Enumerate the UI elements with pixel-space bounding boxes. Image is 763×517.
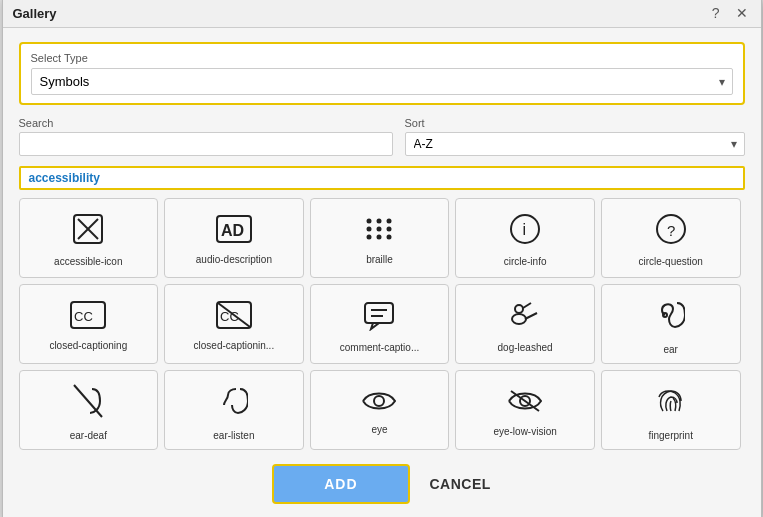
svg-text:AD: AD [221, 222, 244, 239]
icon-card-fingerprint[interactable]: fingerprint [601, 370, 741, 450]
eye-low-vision-icon [507, 387, 543, 420]
select-type-wrapper: Symbols Icons Images ▾ [31, 68, 733, 95]
icon-card-audio-description[interactable]: ADaudio-description [164, 198, 304, 278]
title-bar-actions: ? ✕ [709, 5, 751, 21]
ear-icon [657, 297, 685, 338]
svg-point-31 [663, 313, 667, 317]
accessible-icon-label: accessible-icon [54, 256, 122, 267]
dog-leashed-label: dog-leashed [498, 342, 553, 353]
sort-label: Sort [405, 117, 745, 129]
dialog-footer: ADD CANCEL [3, 450, 761, 517]
fingerprint-icon [655, 383, 687, 424]
svg-marker-24 [371, 323, 379, 329]
category-tag[interactable]: accessibility [19, 166, 745, 190]
svg-line-29 [525, 313, 537, 319]
search-label: Search [19, 117, 393, 129]
closed-captioning-icon: CC [70, 301, 106, 334]
circle-question-icon: ? [655, 213, 687, 250]
icon-card-ear-listen[interactable]: ear-listen [164, 370, 304, 450]
svg-point-8 [367, 227, 372, 232]
icon-card-accessible-icon[interactable]: accessible-icon [19, 198, 159, 278]
closed-captioning-slash-icon: CC [216, 301, 252, 334]
svg-point-11 [367, 235, 372, 240]
svg-point-12 [377, 235, 382, 240]
closed-captioning-label: closed-captioning [49, 340, 127, 351]
sort-dropdown[interactable]: A-Z Z-A [405, 132, 745, 156]
cancel-button[interactable]: CANCEL [430, 476, 491, 492]
svg-point-27 [512, 314, 526, 324]
icon-card-ear[interactable]: ear [601, 284, 741, 364]
icon-grid: accessible-iconADaudio-descriptionbraill… [19, 198, 745, 450]
sort-wrapper: A-Z Z-A ▾ [405, 132, 745, 156]
svg-point-5 [367, 219, 372, 224]
eye-low-vision-label: eye-low-vision [493, 426, 556, 437]
audio-description-icon: AD [216, 215, 252, 248]
comment-caption-label: comment-captio... [340, 342, 419, 353]
svg-point-13 [387, 235, 392, 240]
svg-point-9 [377, 227, 382, 232]
svg-text:i: i [523, 221, 527, 238]
search-input[interactable] [19, 132, 393, 156]
fingerprint-label: fingerprint [648, 430, 692, 441]
close-button[interactable]: ✕ [733, 5, 751, 21]
icon-card-eye-low-vision[interactable]: eye-low-vision [455, 370, 595, 450]
dialog-title: Gallery [13, 6, 57, 21]
svg-text:?: ? [667, 222, 675, 239]
svg-point-6 [377, 219, 382, 224]
accessible-icon-icon [72, 213, 104, 250]
braille-label: braille [366, 254, 393, 265]
eye-label: eye [371, 424, 387, 435]
svg-point-33 [374, 396, 384, 406]
svg-line-30 [523, 303, 531, 308]
icon-card-eye[interactable]: eye [310, 370, 450, 450]
icon-card-closed-captioning[interactable]: CCclosed-captioning [19, 284, 159, 364]
select-type-dropdown[interactable]: Symbols Icons Images [31, 68, 733, 95]
gallery-dialog: Gallery ? ✕ Select Type Symbols Icons Im… [2, 0, 762, 517]
icon-card-circle-info[interactable]: icircle-info [455, 198, 595, 278]
ear-listen-icon [220, 383, 248, 424]
icon-card-circle-question[interactable]: ?circle-question [601, 198, 741, 278]
icon-card-dog-leashed[interactable]: dog-leashed [455, 284, 595, 364]
svg-line-32 [74, 385, 102, 417]
circle-question-label: circle-question [638, 256, 702, 267]
svg-point-7 [387, 219, 392, 224]
svg-point-10 [387, 227, 392, 232]
select-type-section: Select Type Symbols Icons Images ▾ [19, 42, 745, 105]
icon-card-closed-captioning-slash[interactable]: CCclosed-captionin... [164, 284, 304, 364]
ear-listen-label: ear-listen [213, 430, 254, 441]
title-bar: Gallery ? ✕ [3, 0, 761, 28]
braille-icon [363, 215, 395, 248]
add-button[interactable]: ADD [272, 464, 409, 504]
eye-icon [361, 389, 397, 418]
ear-label: ear [663, 344, 677, 355]
closed-captioning-slash-label: closed-captionin... [194, 340, 275, 351]
circle-info-label: circle-info [504, 256, 547, 267]
ear-deaf-label: ear-deaf [70, 430, 107, 441]
search-section: Search [19, 117, 393, 156]
icon-card-ear-deaf[interactable]: ear-deaf [19, 370, 159, 450]
svg-point-28 [515, 305, 523, 313]
circle-info-icon: i [509, 213, 541, 250]
sort-section: Sort A-Z Z-A ▾ [405, 117, 745, 156]
dog-leashed-icon [509, 299, 541, 336]
select-type-label: Select Type [31, 52, 733, 64]
svg-rect-23 [365, 303, 393, 323]
search-sort-row: Search Sort A-Z Z-A ▾ [19, 117, 745, 156]
comment-caption-icon [363, 299, 395, 336]
help-button[interactable]: ? [709, 5, 723, 21]
ear-deaf-icon [72, 383, 104, 424]
svg-text:CC: CC [74, 309, 93, 324]
icon-card-comment-caption[interactable]: comment-captio... [310, 284, 450, 364]
audio-description-label: audio-description [196, 254, 272, 265]
icon-card-braille[interactable]: braille [310, 198, 450, 278]
dialog-content: Select Type Symbols Icons Images ▾ Searc… [3, 28, 761, 450]
